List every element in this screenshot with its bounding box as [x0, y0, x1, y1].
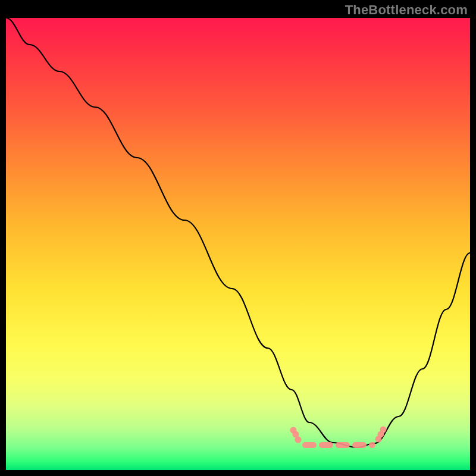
- marker-dots: [290, 427, 387, 443]
- watermark-text: TheBottleneck.com: [345, 2, 468, 18]
- marker-dot: [380, 427, 387, 433]
- marker-dot: [295, 437, 302, 443]
- bottleneck-curve: [6, 18, 470, 447]
- chart-frame: [6, 18, 470, 470]
- chart-canvas: [6, 18, 470, 470]
